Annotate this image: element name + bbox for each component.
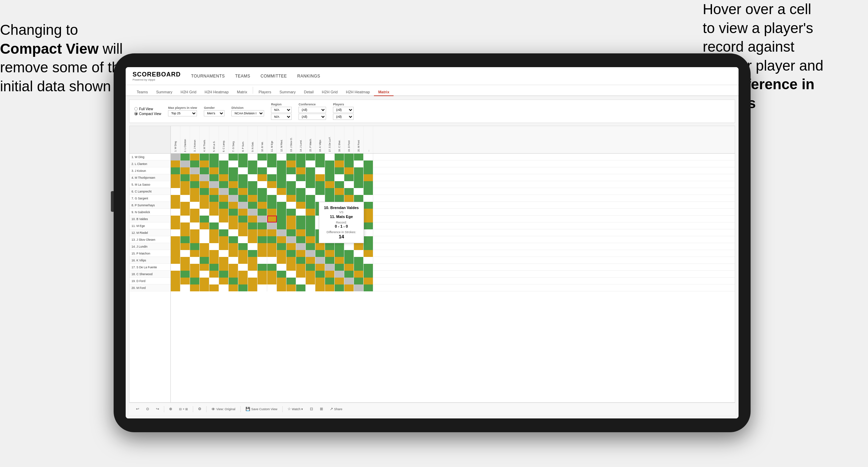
cell-7-2[interactable] [180, 195, 190, 202]
cell-5-18[interactable] [335, 181, 344, 188]
tab-summary2[interactable]: Summary [275, 89, 300, 96]
cell-19-14[interactable] [296, 278, 306, 284]
cell-7-20[interactable] [354, 195, 364, 202]
cell-14-13[interactable] [286, 243, 296, 250]
full-view-radio[interactable] [134, 107, 138, 111]
cell-18-6[interactable] [219, 271, 229, 278]
cell-2-11[interactable] [267, 160, 277, 167]
cell-4-20[interactable] [354, 174, 364, 181]
cell-8-1[interactable] [171, 202, 180, 209]
cell-10-more[interactable] [364, 216, 373, 222]
cell-15-20[interactable] [354, 250, 364, 257]
cell-2-16[interactable] [315, 160, 325, 167]
cell-17-18[interactable] [335, 264, 344, 271]
cell-4-1[interactable] [171, 174, 180, 181]
cell-18-15[interactable] [306, 271, 315, 278]
cell-4-17[interactable] [325, 174, 335, 181]
cell-17-8[interactable] [238, 264, 248, 271]
cell-17-2[interactable] [180, 264, 190, 271]
cell-9-14[interactable] [296, 209, 306, 216]
grid-button[interactable]: ⊞ [318, 406, 325, 412]
view-original-button[interactable]: 👁 View: Original [209, 406, 237, 412]
cell-9-3[interactable] [190, 209, 200, 216]
cell-3-more[interactable] [364, 167, 373, 174]
cell-14-2[interactable] [180, 243, 190, 250]
cell-10-2[interactable] [180, 216, 190, 222]
cell-16-14[interactable] [296, 257, 306, 264]
cell-2-5[interactable] [209, 160, 219, 167]
cell-11-12[interactable] [277, 222, 286, 229]
compact-view-option[interactable]: Compact View [134, 112, 161, 116]
cell-20-3[interactable] [190, 284, 200, 291]
cell-9-8[interactable] [238, 209, 248, 216]
cell-20-2[interactable] [180, 284, 190, 291]
players-select2[interactable]: (All) [333, 114, 354, 120]
cell-11-10[interactable] [258, 222, 267, 229]
cell-13-15[interactable] [306, 236, 315, 243]
cell-15-12[interactable] [277, 250, 286, 257]
cell-4-11[interactable] [267, 174, 277, 181]
cell-8-8[interactable] [238, 202, 248, 209]
cell-8-10[interactable] [258, 202, 267, 209]
cell-14-14[interactable] [296, 243, 306, 250]
cell-16-2[interactable] [180, 257, 190, 264]
undo-button[interactable]: ↩ [134, 406, 141, 412]
zoom-level[interactable]: ⊟ + ⊞ [177, 406, 190, 412]
cell-14-11[interactable] [267, 243, 277, 250]
cell-3-2[interactable] [180, 167, 190, 174]
cell-15-8[interactable] [238, 250, 248, 257]
cell-19-11[interactable] [267, 278, 277, 284]
cell-2-17[interactable] [325, 160, 335, 167]
cell-1-17[interactable] [325, 154, 335, 160]
cell-2-7[interactable] [229, 160, 238, 167]
nav-teams[interactable]: TEAMS [235, 74, 250, 79]
cell-20-1[interactable] [171, 284, 180, 291]
cell-5-15[interactable] [306, 181, 315, 188]
cell-1-3[interactable] [190, 154, 200, 160]
cell-17-10[interactable] [258, 264, 267, 271]
cell-19-8[interactable] [238, 278, 248, 284]
cell-11-1[interactable] [171, 222, 180, 229]
cell-18-1[interactable] [171, 271, 180, 278]
cell-9-6[interactable] [219, 209, 229, 216]
cell-15-17[interactable] [325, 250, 335, 257]
cell-12-more[interactable] [364, 229, 373, 236]
cell-17-1[interactable] [171, 264, 180, 271]
cell-19-9[interactable] [248, 278, 258, 284]
cell-14-6[interactable] [219, 243, 229, 250]
cell-6-more[interactable] [364, 188, 373, 195]
cell-14-8[interactable] [238, 243, 248, 250]
cell-9-11[interactable] [267, 209, 277, 216]
cell-4-more[interactable] [364, 174, 373, 181]
cell-15-1[interactable] [171, 250, 180, 257]
cell-4-18[interactable] [335, 174, 344, 181]
cell-12-10[interactable] [258, 229, 267, 236]
cell-8-7[interactable] [229, 202, 238, 209]
cell-3-5[interactable] [209, 167, 219, 174]
cell-19-5[interactable] [209, 278, 219, 284]
cell-11-15[interactable] [306, 222, 315, 229]
cell-6-6[interactable] [219, 188, 229, 195]
cell-1-15[interactable] [306, 154, 315, 160]
cell-17-3[interactable] [190, 264, 200, 271]
cell-7-7[interactable] [229, 195, 238, 202]
save-custom-button[interactable]: 💾 Save Custom View [243, 406, 280, 412]
cell-8-6[interactable] [219, 202, 229, 209]
cell-5-14[interactable] [296, 181, 306, 188]
cell-13-8[interactable] [238, 236, 248, 243]
cell-12-1[interactable] [171, 229, 180, 236]
cell-17-6[interactable] [219, 264, 229, 271]
cell-19-more[interactable] [364, 278, 373, 284]
cell-1-20[interactable] [354, 154, 364, 160]
cell-6-19[interactable] [344, 188, 354, 195]
cell-17-17[interactable] [325, 264, 335, 271]
cell-8-15[interactable] [306, 202, 315, 209]
cell-10-9[interactable] [248, 216, 258, 222]
cell-6-1[interactable] [171, 188, 180, 195]
cell-6-11[interactable] [267, 188, 277, 195]
cell-2-10[interactable] [258, 160, 267, 167]
cell-15-11[interactable] [267, 250, 277, 257]
cell-20-5[interactable] [209, 284, 219, 291]
cell-17-5[interactable] [209, 264, 219, 271]
cell-15-13[interactable] [286, 250, 296, 257]
